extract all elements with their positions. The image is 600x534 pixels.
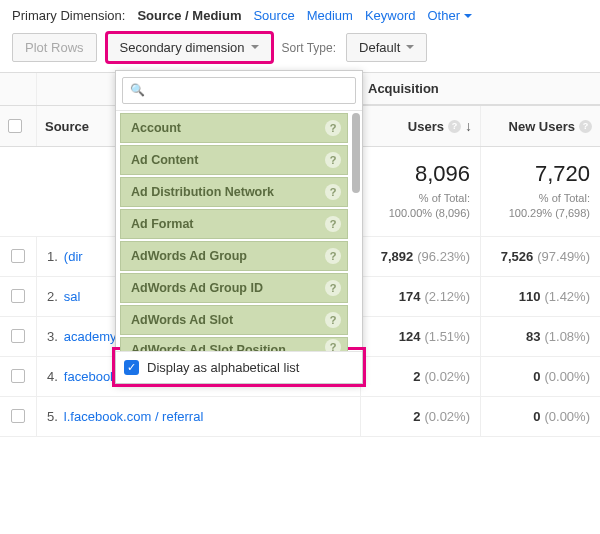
secondary-dimension-label: Secondary dimension — [120, 40, 245, 55]
row-new-users: 83(1.08%) — [480, 317, 600, 356]
search-icon: 🔍 — [130, 83, 145, 97]
column-header-source-label: Source — [45, 119, 89, 134]
checkbox-icon — [11, 329, 25, 343]
row-users: 2(0.02%) — [360, 357, 480, 396]
dropdown-item[interactable]: AdWords Ad Group? — [120, 241, 348, 271]
row-users: 124(1.51%) — [360, 317, 480, 356]
row-checkbox[interactable] — [0, 277, 36, 315]
toolbar: Plot Rows Secondary dimension Sort Type:… — [0, 29, 600, 72]
row-users: 174(2.12%) — [360, 277, 480, 316]
source-link[interactable]: l.facebook.com / referral — [64, 409, 203, 424]
chevron-down-icon — [251, 45, 259, 53]
checkbox-icon — [11, 289, 25, 303]
checkbox-checked-icon: ✓ — [124, 360, 139, 375]
column-header-users[interactable]: Users ? ↓ — [360, 106, 480, 146]
dropdown-list: Account? Ad Content? Ad Distribution Net… — [116, 111, 362, 351]
row-checkbox[interactable] — [0, 237, 36, 275]
column-header-new-users-label: New Users — [509, 119, 575, 134]
sort-type-label: Sort Type: — [282, 41, 336, 55]
help-icon[interactable]: ? — [325, 120, 341, 136]
dropdown-item[interactable]: AdWords Ad Slot Position? — [120, 337, 348, 351]
chevron-down-icon — [406, 45, 414, 53]
dropdown-search-input[interactable] — [122, 77, 356, 104]
totals-new-users: 7,720 % of Total:100.29% (7,698) — [480, 147, 600, 236]
dropdown-item[interactable]: Ad Distribution Network? — [120, 177, 348, 207]
dimension-option-source[interactable]: Source — [253, 8, 294, 23]
sort-type-select[interactable]: Default — [346, 33, 427, 62]
help-icon[interactable]: ? — [325, 339, 341, 351]
secondary-dimension-button[interactable]: Secondary dimension — [107, 33, 272, 62]
dropdown-item[interactable]: AdWords Ad Group ID? — [120, 273, 348, 303]
sort-type-value: Default — [359, 40, 400, 55]
row-checkbox[interactable] — [0, 317, 36, 355]
totals-users-value: 8,096 — [371, 161, 470, 187]
primary-dimension-selected[interactable]: Source / Medium — [137, 8, 241, 23]
row-checkbox[interactable] — [0, 357, 36, 395]
source-link[interactable]: sal — [64, 289, 81, 304]
totals-users: 8,096 % of Total:100.00% (8,096) — [360, 147, 480, 236]
row-new-users: 7,526(97.49%) — [480, 237, 600, 276]
dropdown-item[interactable]: AdWords Ad Slot? — [120, 305, 348, 335]
help-icon[interactable]: ? — [325, 216, 341, 232]
column-header-users-label: Users — [408, 119, 444, 134]
header-checkbox-cell — [0, 73, 36, 105]
column-header-new-users[interactable]: New Users ? — [480, 106, 600, 146]
row-new-users: 0(0.00%) — [480, 357, 600, 396]
help-icon[interactable]: ? — [448, 120, 461, 133]
totals-new-users-value: 7,720 — [491, 161, 590, 187]
dropdown-item[interactable]: Ad Content? — [120, 145, 348, 175]
dropdown-alpha-toggle[interactable]: ✓ Display as alphabetical list — [116, 351, 362, 383]
row-new-users: 110(1.42%) — [480, 277, 600, 316]
help-icon[interactable]: ? — [325, 312, 341, 328]
help-icon[interactable]: ? — [325, 184, 341, 200]
plot-rows-label: Plot Rows — [25, 40, 84, 55]
help-icon[interactable]: ? — [325, 152, 341, 168]
dimension-option-other[interactable]: Other — [427, 8, 472, 23]
help-icon[interactable]: ? — [325, 248, 341, 264]
row-users: 2(0.02%) — [360, 397, 480, 436]
column-group-acquisition: Acquisition — [360, 73, 600, 105]
row-source: 5.l.facebook.com / referral — [36, 397, 360, 436]
plot-rows-button[interactable]: Plot Rows — [12, 33, 97, 62]
dimension-option-keyword[interactable]: Keyword — [365, 8, 416, 23]
checkbox-icon — [11, 409, 25, 423]
checkbox-icon — [11, 369, 25, 383]
row-new-users: 0(0.00%) — [480, 397, 600, 436]
row-users: 7,892(96.23%) — [360, 237, 480, 276]
select-all-cell[interactable] — [0, 106, 36, 146]
dropdown-alpha-label: Display as alphabetical list — [147, 360, 299, 375]
primary-dimension-label: Primary Dimension: — [12, 8, 125, 23]
scrollbar[interactable] — [352, 113, 360, 193]
source-link[interactable]: (dir — [64, 249, 83, 264]
dropdown-item[interactable]: Account? — [120, 113, 348, 143]
checkbox-icon — [8, 119, 22, 133]
checkbox-icon — [11, 249, 25, 263]
primary-dimension-bar: Primary Dimension: Source / Medium Sourc… — [0, 0, 600, 29]
sort-desc-icon: ↓ — [465, 118, 472, 134]
row-checkbox[interactable] — [0, 397, 36, 435]
help-icon[interactable]: ? — [325, 280, 341, 296]
help-icon[interactable]: ? — [579, 120, 592, 133]
dimension-option-medium[interactable]: Medium — [307, 8, 353, 23]
secondary-dimension-dropdown: 🔍 Account? Ad Content? Ad Distribution N… — [115, 70, 363, 384]
table-row: 5.l.facebook.com / referral2(0.02%)0(0.0… — [0, 397, 600, 437]
dropdown-item[interactable]: Ad Format? — [120, 209, 348, 239]
dropdown-search: 🔍 — [116, 71, 362, 111]
